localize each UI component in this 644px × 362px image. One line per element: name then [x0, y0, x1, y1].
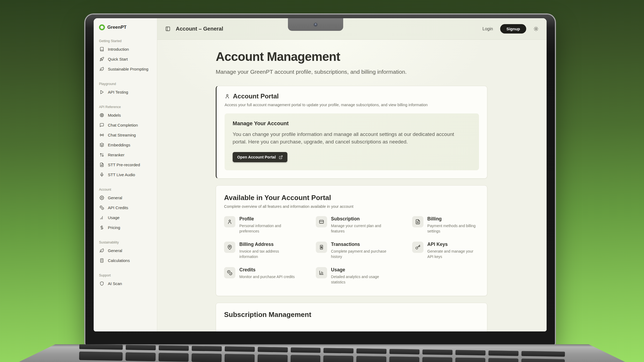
sidebar-toggle-icon[interactable] — [165, 26, 170, 31]
sidebar-item-label: STT Pre-recorded — [108, 162, 140, 167]
sidebar-item-label: API Credits — [108, 205, 128, 210]
arrow-up-down-icon — [100, 153, 104, 157]
sidebar-item-label: Embeddings — [108, 143, 130, 147]
laptop-screen: GreenPT Getting Started Introduction Qui… — [94, 18, 547, 331]
features-card-subtitle: Complete overview of all features and in… — [224, 204, 479, 209]
feature-usage: Usage Detailed analytics and usage stati… — [316, 267, 401, 285]
sidebar-item-pricing[interactable]: Pricing — [98, 223, 153, 232]
feature-title: Subscription — [331, 216, 387, 222]
feature-description: Complete payment and purchase history — [331, 249, 387, 260]
sidebar-item-label: AI Scan — [108, 281, 122, 286]
sidebar-item-label: Introduction — [108, 47, 129, 51]
feature-description: Manage your current plan and features — [331, 223, 387, 234]
account-portal-card: Account Portal Access your full account … — [216, 86, 487, 179]
dollar-icon — [100, 225, 104, 230]
sidebar-item-label: Quick Start — [108, 57, 128, 61]
sidebar-section-support: Support — [99, 274, 152, 277]
button-label: Open Account Portal — [237, 155, 276, 159]
scene-background: GreenPT Getting Started Introduction Qui… — [0, 0, 644, 362]
leaf-icon — [100, 67, 104, 71]
sidebar-item-sustainability-general[interactable]: General — [98, 246, 153, 256]
feature-title: API Keys — [427, 242, 479, 247]
greenpt-logo-icon — [99, 24, 105, 30]
feature-billing-address: Billing Address Invoice and tax address … — [224, 242, 305, 260]
rocket-icon — [100, 57, 104, 61]
user-icon — [225, 94, 230, 99]
calculator-icon — [100, 258, 104, 263]
features-grid: Profile Personal information and prefere… — [224, 216, 479, 285]
feature-title: Profile — [239, 216, 295, 222]
brand-logo[interactable]: GreenPT — [98, 24, 153, 30]
sidebar-item-stt-live-audio[interactable]: STT Live Audio — [98, 170, 153, 180]
sidebar-item-quick-start[interactable]: Quick Start — [98, 54, 153, 64]
layers-icon — [100, 143, 104, 147]
topbar: Account – General Login Signup — [157, 18, 547, 40]
sidebar: GreenPT Getting Started Introduction Qui… — [94, 18, 157, 331]
book-icon — [100, 47, 104, 51]
file-audio-icon — [100, 162, 104, 167]
features-card: Available in Your Account Portal Complet… — [216, 185, 487, 296]
feature-title: Usage — [331, 267, 387, 273]
brand-name: GreenPT — [107, 25, 127, 30]
gear-icon — [100, 195, 104, 200]
panel-body: You can change your profile information … — [233, 131, 469, 146]
feature-profile: Profile Personal information and prefere… — [224, 216, 305, 234]
sidebar-item-embeddings[interactable]: Embeddings — [98, 140, 153, 150]
sidebar-item-usage[interactable]: Usage — [98, 213, 153, 223]
sidebar-item-api-credits[interactable]: API Credits — [98, 203, 153, 213]
features-card-title: Available in Your Account Portal — [224, 194, 479, 202]
feature-title: Billing — [427, 216, 479, 222]
sidebar-item-introduction[interactable]: Introduction — [98, 44, 153, 54]
sidebar-item-label: Pricing — [108, 225, 120, 230]
portal-card-description: Access your full account management port… — [225, 103, 479, 107]
cpu-icon — [100, 113, 104, 117]
sidebar-item-models[interactable]: Models — [98, 110, 153, 120]
map-pin-icon — [224, 242, 235, 253]
sidebar-item-stt-pre-recorded[interactable]: STT Pre-recorded — [98, 160, 153, 170]
feature-credits: Credits Monitor and purchase API credits — [224, 267, 305, 285]
sidebar-item-label: Chat Completion — [108, 123, 138, 127]
sidebar-item-api-testing[interactable]: API Testing — [98, 87, 153, 97]
open-account-portal-button[interactable]: Open Account Portal — [233, 152, 287, 162]
sidebar-section-getting-started: Getting Started — [99, 39, 152, 43]
signup-button[interactable]: Signup — [500, 24, 526, 34]
subscription-management-card: Subscription Management — [216, 303, 487, 331]
laptop-notch — [288, 18, 343, 31]
sidebar-item-ai-scan[interactable]: AI Scan — [98, 279, 153, 289]
webcam-icon — [314, 23, 317, 27]
sidebar-item-reranker[interactable]: Reranker — [98, 150, 153, 160]
sidebar-item-chat-completion[interactable]: Chat Completion — [98, 120, 153, 130]
sidebar-item-label: Sustainable Prompting — [108, 67, 148, 71]
sun-icon[interactable] — [533, 26, 539, 31]
sidebar-item-label: Usage — [108, 215, 119, 220]
sidebar-item-calculations[interactable]: Calculations — [98, 256, 153, 265]
panel-title: Manage Your Account — [233, 120, 471, 127]
feature-description: Generate and manage your API keys — [427, 249, 479, 260]
coins-icon — [224, 267, 235, 278]
page-breadcrumb-title: Account – General — [176, 26, 223, 32]
play-icon — [100, 90, 104, 94]
message-square-icon — [100, 123, 104, 127]
sidebar-section-account: Account — [99, 188, 152, 191]
page-content: Account Management Manage your GreenPT a… — [157, 40, 487, 331]
sidebar-item-account-general[interactable]: General — [98, 193, 153, 203]
feature-description: Personal information and preferences — [239, 223, 295, 234]
sidebar-section-api-reference: API Reference — [99, 105, 152, 109]
bar-chart-icon — [100, 215, 104, 220]
main-area: Account – General Login Signup Account M… — [157, 18, 547, 331]
sidebar-item-label: General — [108, 195, 122, 200]
feature-transactions: Transactions Complete payment and purcha… — [316, 242, 401, 260]
feature-title: Billing Address — [239, 242, 295, 247]
sidebar-item-label: API Testing — [108, 90, 128, 94]
feature-description: Payment methods and billing settings — [427, 223, 479, 234]
feature-billing: Billing Payment methods and billing sett… — [412, 216, 479, 234]
shield-icon — [100, 281, 104, 286]
sidebar-section-sustainability: Sustainability — [99, 241, 152, 244]
login-link[interactable]: Login — [482, 27, 493, 31]
sidebar-item-sustainable-prompting[interactable]: Sustainable Prompting — [98, 64, 153, 74]
sidebar-item-label: Models — [108, 113, 121, 117]
sidebar-section-playground: Playground — [99, 82, 152, 86]
sidebar-item-label: General — [108, 248, 122, 253]
manage-account-panel: Manage Your Account You can change your … — [225, 113, 479, 171]
sidebar-item-chat-streaming[interactable]: Chat Streaming — [98, 130, 153, 140]
